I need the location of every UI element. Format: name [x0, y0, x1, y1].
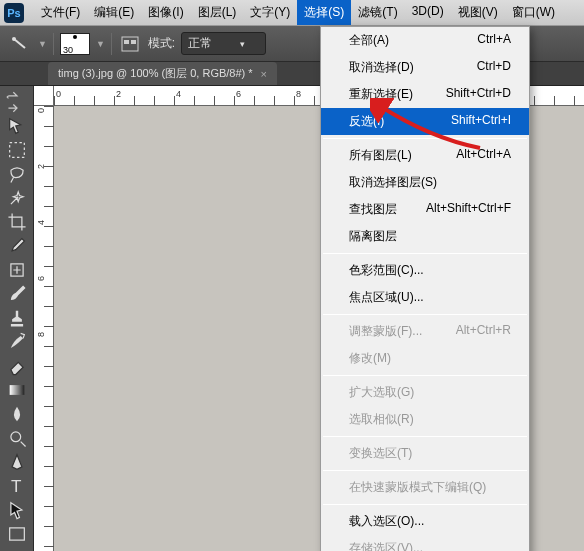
document-tab-title: timg (3).jpg @ 100% (图层 0, RGB/8#) *	[58, 66, 253, 81]
menu-dropdown-item: 变换选区(T)	[321, 440, 529, 467]
menu-dropdown-item[interactable]: 重新选择(E)Shift+Ctrl+D	[321, 81, 529, 108]
menu-item[interactable]: 窗口(W)	[505, 0, 562, 25]
menu-item[interactable]: 编辑(E)	[87, 0, 141, 25]
menu-dropdown-item: 扩大选取(G)	[321, 379, 529, 406]
menu-dropdown-item[interactable]: 取消选择(D)Ctrl+D	[321, 54, 529, 81]
menu-item[interactable]: 图层(L)	[191, 0, 244, 25]
gradient-tool-icon[interactable]	[2, 378, 31, 402]
tool-panel: T	[0, 86, 34, 551]
menu-separator	[323, 253, 527, 254]
brush-swatch[interactable]: 30	[60, 33, 90, 55]
select-menu-dropdown: 全部(A)Ctrl+A取消选择(D)Ctrl+D重新选择(E)Shift+Ctr…	[320, 26, 530, 551]
crop-tool-icon[interactable]	[2, 210, 31, 234]
menu-separator	[323, 138, 527, 139]
menu-separator	[323, 504, 527, 505]
history-brush-tool-icon[interactable]	[2, 330, 31, 354]
brush-tool-icon[interactable]	[2, 282, 31, 306]
menu-separator	[323, 314, 527, 315]
menu-dropdown-item: 修改(M)	[321, 345, 529, 372]
blur-tool-icon[interactable]	[2, 402, 31, 426]
lasso-tool-icon[interactable]	[2, 162, 31, 186]
eyedropper-tool-icon[interactable]	[2, 234, 31, 258]
menu-item[interactable]: 文件(F)	[34, 0, 87, 25]
dropdown-caret-icon[interactable]: ▼	[38, 39, 47, 49]
menu-dropdown-item[interactable]: 取消选择图层(S)	[321, 169, 529, 196]
type-tool-icon[interactable]: T	[2, 474, 31, 498]
menu-dropdown-item[interactable]: 色彩范围(C)...	[321, 257, 529, 284]
menu-item[interactable]: 3D(D)	[405, 0, 451, 25]
marquee-tool-icon[interactable]	[2, 138, 31, 162]
move-expand-icon[interactable]	[2, 90, 31, 114]
menu-item[interactable]: 选择(S)	[297, 0, 351, 25]
menu-item[interactable]: 滤镜(T)	[351, 0, 404, 25]
eraser-tool-icon[interactable]	[2, 354, 31, 378]
svg-rect-6	[9, 385, 24, 395]
menu-dropdown-item[interactable]: 查找图层Alt+Shift+Ctrl+F	[321, 196, 529, 223]
menu-dropdown-item[interactable]: 隔离图层	[321, 223, 529, 250]
menu-item[interactable]: 文字(Y)	[243, 0, 297, 25]
brush-size-value: 30	[63, 45, 73, 55]
move-tool-icon[interactable]	[2, 114, 31, 138]
svg-text:T: T	[10, 477, 21, 496]
menu-separator	[323, 375, 527, 376]
ruler-corner	[34, 86, 54, 106]
tool-preset-icon[interactable]	[8, 32, 32, 56]
menu-bar: Ps 文件(F)编辑(E)图像(I)图层(L)文字(Y)选择(S)滤镜(T)3D…	[0, 0, 584, 26]
document-tab[interactable]: timg (3).jpg @ 100% (图层 0, RGB/8#) * ×	[48, 62, 277, 85]
menu-dropdown-item: 在快速蒙版模式下编辑(Q)	[321, 474, 529, 501]
menu-dropdown-item[interactable]: 载入选区(O)...	[321, 508, 529, 535]
brush-panel-icon[interactable]	[118, 32, 142, 56]
stamp-tool-icon[interactable]	[2, 306, 31, 330]
menu-dropdown-item: 存储选区(V)...	[321, 535, 529, 551]
menu-dropdown-item: 调整蒙版(F)...Alt+Ctrl+R	[321, 318, 529, 345]
svg-rect-4	[9, 143, 24, 158]
healing-brush-tool-icon[interactable]	[2, 258, 31, 282]
close-icon[interactable]: ×	[261, 68, 267, 80]
magic-wand-tool-icon[interactable]	[2, 186, 31, 210]
menu-dropdown-item[interactable]: 所有图层(L)Alt+Ctrl+A	[321, 142, 529, 169]
svg-rect-2	[124, 40, 129, 44]
menu-dropdown-item[interactable]: 焦点区域(U)...	[321, 284, 529, 311]
menu-item[interactable]: 图像(I)	[141, 0, 190, 25]
menu-dropdown-item[interactable]: 反选(I)Shift+Ctrl+I	[321, 108, 529, 135]
menu-separator	[323, 436, 527, 437]
mode-select[interactable]: 正常 ▾	[181, 32, 265, 55]
svg-point-7	[10, 432, 20, 442]
dodge-tool-icon[interactable]	[2, 426, 31, 450]
ruler-vertical: 02468	[34, 106, 54, 551]
svg-point-0	[12, 37, 16, 41]
menu-separator	[323, 470, 527, 471]
pen-tool-icon[interactable]	[2, 450, 31, 474]
svg-rect-9	[9, 528, 24, 540]
menu-item[interactable]: 视图(V)	[451, 0, 505, 25]
menu-dropdown-item: 选取相似(R)	[321, 406, 529, 433]
rectangle-tool-icon[interactable]	[2, 522, 31, 546]
app-logo: Ps	[4, 3, 24, 23]
mode-label: 模式:	[148, 35, 175, 52]
dropdown-caret-icon[interactable]: ▼	[96, 39, 105, 49]
svg-rect-3	[131, 40, 136, 44]
menu-dropdown-item[interactable]: 全部(A)Ctrl+A	[321, 27, 529, 54]
path-selection-tool-icon[interactable]	[2, 498, 31, 522]
